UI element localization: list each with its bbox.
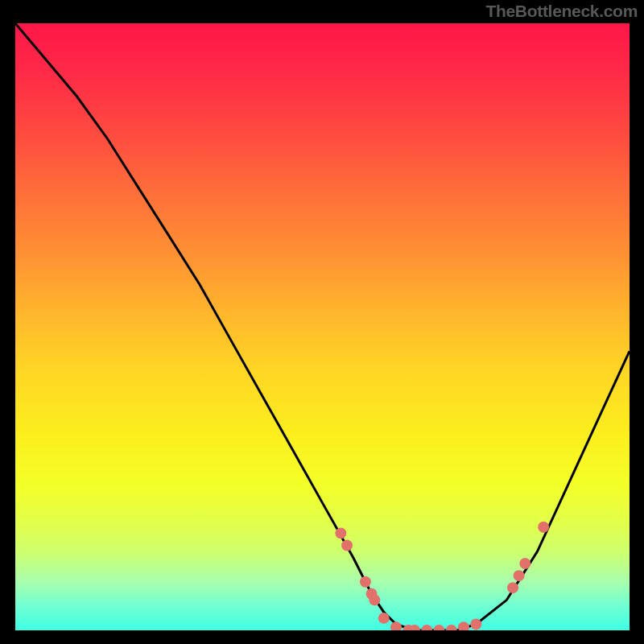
- gradient-background: [15, 23, 630, 630]
- chart-area: [14, 22, 631, 632]
- watermark-text: TheBottleneck.com: [485, 2, 638, 21]
